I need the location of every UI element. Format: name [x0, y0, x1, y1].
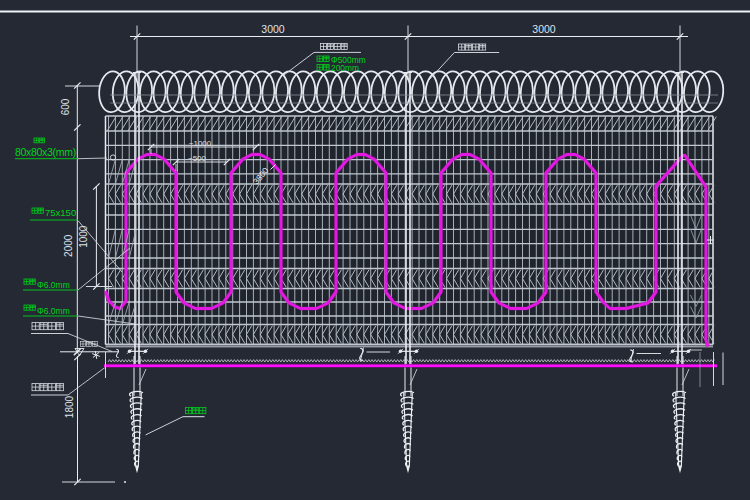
svg-text:3000: 3000 — [532, 23, 556, 35]
svg-text:2000: 2000 — [63, 234, 74, 257]
svg-text:Φ6.0mm: Φ6.0mm — [37, 280, 70, 290]
svg-text:75x150: 75x150 — [45, 207, 76, 218]
svg-text:200mm: 200mm — [331, 63, 359, 73]
svg-text:3000: 3000 — [261, 23, 285, 35]
svg-text:600: 600 — [60, 98, 71, 115]
svg-text:1000: 1000 — [78, 225, 89, 248]
svg-text:80x80x3(mm): 80x80x3(mm) — [15, 146, 76, 158]
svg-text:Φ6.0mm: Φ6.0mm — [37, 306, 70, 316]
svg-text:1800: 1800 — [64, 395, 75, 418]
svg-text:~1000: ~1000 — [189, 139, 212, 148]
svg-text:~500: ~500 — [188, 154, 207, 163]
